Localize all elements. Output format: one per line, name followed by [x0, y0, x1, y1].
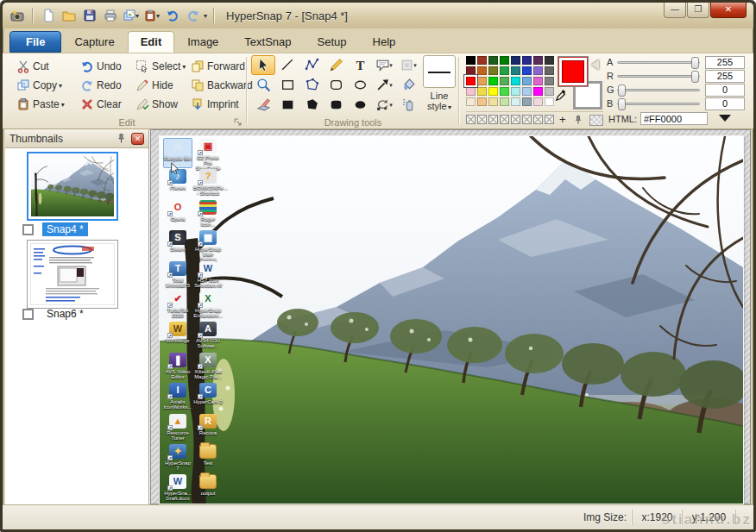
- stamp-tool[interactable]: ▾: [396, 55, 420, 75]
- cursor-tool[interactable]: [251, 55, 275, 75]
- dialog-launcher-icon[interactable]: [233, 117, 243, 127]
- frect-tool[interactable]: [275, 95, 299, 115]
- title-bar[interactable]: ▾ ▾ ▾ HyperSnap 7 - [Snap4 *] — ❐ ✕: [3, 3, 753, 28]
- show-button[interactable]: Show: [134, 95, 189, 114]
- hide-button[interactable]: Hide: [134, 76, 189, 95]
- tab-textsnap[interactable]: TextSnap: [231, 31, 304, 53]
- new-file-button[interactable]: [39, 7, 57, 24]
- redo-button[interactable]: Redo: [79, 76, 134, 95]
- slider-track[interactable]: [617, 61, 700, 64]
- editor-canvas[interactable]: ♻ Recycle Bin ♪➚ iTunes O➚ Opera S➚ Stea…: [150, 129, 751, 504]
- fpoly-tool[interactable]: [299, 95, 324, 115]
- palette-swatch[interactable]: [533, 66, 543, 75]
- snap4-checkbox[interactable]: [22, 224, 34, 235]
- add-color-button[interactable]: +: [559, 115, 566, 126]
- palette-swatch[interactable]: [466, 56, 476, 65]
- palette-swatch[interactable]: [488, 77, 498, 85]
- redo-button[interactable]: [184, 7, 202, 24]
- palette-swatch[interactable]: [522, 87, 532, 96]
- tab-edit[interactable]: Edit: [128, 31, 175, 53]
- slider-track[interactable]: [617, 103, 700, 105]
- slider-thumb[interactable]: [691, 71, 699, 83]
- palette-swatch[interactable]: [466, 87, 476, 96]
- palette-swatch[interactable]: [477, 87, 487, 96]
- resize-grip[interactable]: [735, 510, 753, 525]
- oval-tool[interactable]: [348, 75, 372, 95]
- palette-swatch[interactable]: [522, 66, 532, 75]
- eraser-tool[interactable]: [251, 95, 275, 115]
- palette-swatch[interactable]: [500, 66, 509, 75]
- pencil-tool[interactable]: [324, 55, 348, 75]
- rrect-tool[interactable]: [324, 75, 348, 95]
- tab-capture[interactable]: Capture: [61, 31, 127, 53]
- callout-tool[interactable]: ▾: [372, 55, 396, 75]
- palette-swatch[interactable]: [511, 66, 520, 75]
- tab-image[interactable]: Image: [174, 31, 231, 53]
- paste-capture-button[interactable]: ▾: [142, 7, 161, 24]
- html-color-field[interactable]: [640, 112, 708, 125]
- thumbnail-snap4[interactable]: [27, 152, 118, 221]
- snap6-label[interactable]: Snap6 *: [42, 307, 88, 321]
- transparent-slot[interactable]: [511, 115, 520, 124]
- foval-tool[interactable]: [348, 95, 372, 115]
- tab-file[interactable]: File: [9, 31, 61, 53]
- spray-tool[interactable]: [396, 95, 420, 115]
- palette-swatch[interactable]: [488, 56, 498, 65]
- slider-thumb[interactable]: [618, 98, 626, 110]
- palette-swatch[interactable]: [500, 56, 509, 65]
- line-style-preview[interactable]: [423, 55, 456, 88]
- palette-swatch[interactable]: [522, 56, 532, 65]
- palette-swatch[interactable]: [511, 97, 520, 106]
- panel-close-button[interactable]: ✕: [131, 133, 144, 145]
- palette-swatch[interactable]: [466, 77, 476, 85]
- more-colors-icon[interactable]: [719, 115, 731, 122]
- undo-button[interactable]: Undo: [79, 57, 134, 76]
- slider-track[interactable]: [617, 89, 700, 91]
- cut-button[interactable]: Cut: [15, 57, 79, 76]
- palette-swatch[interactable]: [488, 87, 498, 96]
- pin-icon[interactable]: [573, 115, 583, 125]
- save-button[interactable]: [80, 7, 98, 24]
- palette-swatch[interactable]: [522, 97, 532, 106]
- text-tool[interactable]: [348, 55, 372, 75]
- transparent-slot[interactable]: [477, 115, 487, 124]
- slider-track[interactable]: [617, 75, 700, 78]
- slider-value-field[interactable]: [705, 84, 745, 97]
- palette-swatch[interactable]: [500, 87, 509, 96]
- palette-swatch[interactable]: [466, 97, 476, 106]
- palette-swatch[interactable]: [488, 97, 498, 106]
- palette-swatch[interactable]: [522, 77, 532, 85]
- open-file-button[interactable]: [60, 7, 78, 24]
- copy-button[interactable]: Copy▾: [15, 76, 79, 95]
- palette-swatch[interactable]: [511, 87, 520, 96]
- palette-swatch[interactable]: [466, 66, 476, 75]
- palette-swatch[interactable]: [533, 97, 543, 106]
- line-style-widget[interactable]: Line style ▾: [422, 55, 457, 114]
- undo-button[interactable]: [163, 7, 181, 24]
- print-button[interactable]: [101, 7, 119, 24]
- palette-swatch[interactable]: [545, 87, 554, 96]
- line-tool[interactable]: [275, 55, 299, 75]
- palette-swatch[interactable]: [533, 87, 543, 96]
- palette-swatch[interactable]: [500, 77, 509, 85]
- tab-setup[interactable]: Setup: [305, 31, 360, 53]
- snap4-label[interactable]: Snap4 *: [42, 222, 88, 236]
- poly-tool[interactable]: [299, 75, 324, 95]
- transparent-slot[interactable]: [533, 115, 543, 124]
- slider-value-field[interactable]: [705, 56, 745, 69]
- palette-swatch[interactable]: [545, 56, 554, 65]
- transparent-slot[interactable]: [488, 115, 498, 124]
- qat-customize-icon[interactable]: ▾: [204, 12, 207, 20]
- minimize-button[interactable]: —: [664, 3, 686, 18]
- palette-swatch[interactable]: [500, 97, 509, 106]
- slider-thumb[interactable]: [618, 84, 626, 97]
- bucket-tool[interactable]: [396, 75, 420, 95]
- palette-swatch[interactable]: [545, 77, 554, 85]
- rect-tool[interactable]: [275, 75, 299, 95]
- pin-icon[interactable]: [116, 133, 127, 144]
- transparent-slot[interactable]: [522, 115, 532, 124]
- palette-swatch[interactable]: [533, 77, 543, 85]
- palette-swatch[interactable]: [511, 77, 520, 85]
- palette-swatch[interactable]: [545, 97, 554, 106]
- swap-colors-icon[interactable]: [591, 59, 599, 70]
